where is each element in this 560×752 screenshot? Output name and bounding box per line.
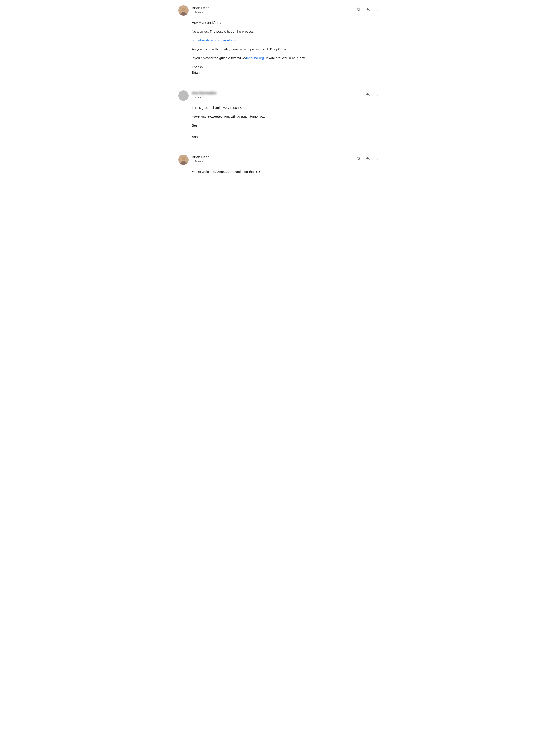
to-line[interactable]: to Mark▾	[192, 11, 209, 14]
email-header: Ana Fjormadonto me▾	[178, 90, 382, 101]
svg-point-15	[378, 157, 378, 158]
svg-point-4	[378, 7, 378, 8]
svg-point-8	[378, 93, 378, 93]
email-body-paragraph: Hey Mark and Anna,	[192, 20, 382, 25]
to-line[interactable]: to me▾	[192, 96, 216, 99]
email-body: Hey Mark and Anna,No worries. The post i…	[192, 20, 382, 76]
svg-point-5	[378, 9, 378, 9]
email-actions	[364, 90, 382, 98]
to-label: to Mark	[192, 160, 201, 163]
email-actions	[354, 155, 382, 162]
email-body-paragraph: Best, Anna	[192, 122, 382, 140]
sender-name: Brian Dean	[192, 155, 209, 159]
chevron-down-icon[interactable]: ▾	[202, 11, 203, 14]
email-message-3: Brian Deanto Mark▾You're welcome, Anna. …	[175, 149, 385, 184]
svg-point-16	[378, 158, 378, 159]
chevron-down-icon[interactable]: ▾	[202, 160, 203, 163]
email-message-1: Brian Deanto Mark▾Hey Mark and Anna,No w…	[175, 0, 385, 85]
to-line[interactable]: to Mark▾	[192, 160, 209, 163]
star-button[interactable]	[354, 155, 362, 162]
email-header-left: Ana Fjormadonto me▾	[178, 90, 216, 101]
sender-info: Brian Deanto Mark▾	[192, 5, 209, 14]
email-body: You're welcome, Anna. And thanks for the…	[192, 169, 382, 175]
svg-point-6	[378, 10, 378, 11]
svg-point-2	[182, 7, 185, 11]
email-body-paragraph: No worries. The post is hot of the press…	[192, 29, 382, 35]
star-button[interactable]	[354, 5, 362, 13]
reply-button[interactable]	[364, 90, 372, 98]
email-body-paragraph: As you'll see in the guide, I was very i…	[192, 46, 382, 52]
email-body-paragraph: That's great! Thanks very much Brian.	[192, 105, 382, 110]
sender-name: Brian Dean	[192, 5, 209, 10]
email-inline-link[interactable]: inbound.org	[246, 56, 264, 60]
reply-button[interactable]	[364, 155, 372, 162]
to-label: to Mark	[192, 11, 201, 14]
chevron-down-icon[interactable]: ▾	[200, 96, 201, 99]
to-label: to me	[192, 96, 199, 99]
email-body-paragraph: Thanks, Brian	[192, 64, 382, 76]
email-body-paragraph: Have just re-tweeted you, will do again …	[192, 114, 382, 119]
email-body-paragraph: You're welcome, Anna. And thanks for the…	[192, 169, 382, 175]
sender-info: Ana Fjormadonto me▾	[192, 90, 216, 99]
svg-point-17	[378, 159, 378, 160]
email-actions	[354, 5, 382, 13]
reply-button[interactable]	[364, 5, 372, 13]
email-header-left: Brian Deanto Mark▾	[178, 5, 209, 16]
avatar	[178, 90, 188, 101]
email-header: Brian Deanto Mark▾	[178, 155, 382, 165]
more-options-button[interactable]	[374, 155, 382, 162]
svg-point-9	[378, 94, 378, 95]
email-message-2: Ana Fjormadonto me▾That's great! Thanks …	[175, 85, 385, 149]
email-body-mixed-paragraph: If you enjoyed the guide a tweet/like/in…	[192, 55, 382, 61]
svg-point-10	[378, 95, 378, 96]
more-options-button[interactable]	[374, 90, 382, 98]
svg-point-13	[182, 157, 185, 160]
avatar	[178, 5, 188, 16]
email-body: That's great! Thanks very much Brian.Hav…	[192, 105, 382, 140]
email-header: Brian Deanto Mark▾	[178, 5, 382, 16]
avatar	[178, 155, 188, 165]
email-thread: Brian Deanto Mark▾Hey Mark and Anna,No w…	[175, 0, 385, 184]
email-link[interactable]: http://backlinko.com/seo-tools	[192, 38, 236, 42]
sender-info: Brian Deanto Mark▾	[192, 155, 209, 163]
more-options-button[interactable]	[374, 5, 382, 13]
email-header-left: Brian Deanto Mark▾	[178, 155, 209, 165]
email-body-link-paragraph: http://backlinko.com/seo-tools	[192, 37, 382, 43]
